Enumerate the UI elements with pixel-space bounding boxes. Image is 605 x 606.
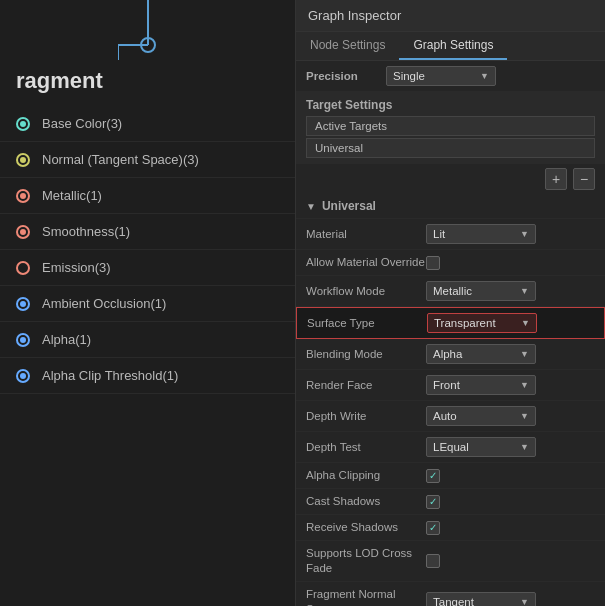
node-item[interactable]: Metallic(1) — [0, 178, 295, 214]
row-dropdown[interactable]: Transparent▼ — [427, 313, 537, 333]
universal-row: MaterialLit▼ — [296, 219, 605, 250]
graph-inspector-panel: Graph Inspector Node Settings Graph Sett… — [295, 0, 605, 606]
row-value: Transparent▼ — [427, 313, 594, 333]
row-value: Front▼ — [426, 375, 595, 395]
row-value: LEqual▼ — [426, 437, 595, 457]
row-dropdown[interactable]: Front▼ — [426, 375, 536, 395]
row-value — [426, 495, 595, 509]
precision-dropdown-arrow: ▼ — [480, 71, 489, 81]
node-item[interactable]: Alpha Clip Threshold(1) — [0, 358, 295, 394]
row-value — [426, 521, 595, 535]
node-item[interactable]: Normal (Tangent Space)(3) — [0, 142, 295, 178]
row-value: Auto▼ — [426, 406, 595, 426]
row-checkbox[interactable] — [426, 495, 440, 509]
universal-row: Surface TypeTransparent▼ — [296, 307, 605, 339]
universal-row: Fragment Normal SpaceTangent▼ — [296, 582, 605, 606]
precision-dropdown[interactable]: Single ▼ — [386, 66, 496, 86]
row-dropdown[interactable]: Lit▼ — [426, 224, 536, 244]
target-settings-section: Target Settings Active Targets Universal — [296, 92, 605, 164]
universal-row: Cast Shadows — [296, 489, 605, 515]
node-dot — [16, 153, 30, 167]
dropdown-arrow-icon: ▼ — [520, 442, 529, 452]
universal-label: Universal — [322, 199, 376, 213]
universal-row: Render FaceFront▼ — [296, 370, 605, 401]
tab-node-settings[interactable]: Node Settings — [296, 32, 399, 60]
row-label: Depth Test — [306, 440, 426, 455]
dropdown-arrow-icon: ▼ — [520, 597, 529, 606]
node-dot — [16, 189, 30, 203]
targets-actions: + − — [296, 164, 605, 194]
row-value: Metallic▼ — [426, 281, 595, 301]
precision-row: Precision Single ▼ — [296, 61, 605, 92]
node-list: Base Color(3)Normal (Tangent Space)(3)Me… — [0, 106, 295, 394]
node-item[interactable]: Smoothness(1) — [0, 214, 295, 250]
node-label: Normal (Tangent Space)(3) — [42, 152, 199, 167]
inspector-body: Precision Single ▼ Target Settings Activ… — [296, 61, 605, 606]
node-item[interactable]: Alpha(1) — [0, 322, 295, 358]
universal-target-box: Universal — [306, 138, 595, 158]
add-target-button[interactable]: + — [545, 168, 567, 190]
universal-row: Allow Material Override — [296, 250, 605, 276]
subsection-arrow-icon: ▼ — [306, 201, 316, 212]
row-checkbox[interactable] — [426, 521, 440, 535]
tab-graph-settings[interactable]: Graph Settings — [399, 32, 507, 60]
node-dot — [16, 297, 30, 311]
universal-subsection-header: ▼ Universal — [296, 194, 605, 219]
universal-row: Supports LOD Cross Fade — [296, 541, 605, 582]
remove-target-button[interactable]: − — [573, 168, 595, 190]
row-dropdown[interactable]: Alpha▼ — [426, 344, 536, 364]
row-label: Render Face — [306, 378, 426, 393]
inspector-title: Graph Inspector — [296, 0, 605, 32]
node-dot — [16, 225, 30, 239]
row-checkbox[interactable] — [426, 554, 440, 568]
node-item[interactable]: Ambient Occlusion(1) — [0, 286, 295, 322]
row-value: Alpha▼ — [426, 344, 595, 364]
panel-title: ragment — [0, 60, 295, 106]
precision-label: Precision — [306, 70, 386, 82]
row-dropdown[interactable]: LEqual▼ — [426, 437, 536, 457]
node-label: Smoothness(1) — [42, 224, 130, 239]
node-item[interactable]: Emission(3) — [0, 250, 295, 286]
universal-row: Depth TestLEqual▼ — [296, 432, 605, 463]
row-dropdown[interactable]: Tangent▼ — [426, 592, 536, 606]
row-label: Depth Write — [306, 409, 426, 424]
universal-row: Alpha Clipping — [296, 463, 605, 489]
node-label: Ambient Occlusion(1) — [42, 296, 166, 311]
row-value — [426, 554, 595, 568]
row-checkbox[interactable] — [426, 469, 440, 483]
row-dropdown[interactable]: Auto▼ — [426, 406, 536, 426]
row-label: Surface Type — [307, 316, 427, 331]
row-label: Material — [306, 227, 426, 242]
row-label: Receive Shadows — [306, 520, 426, 535]
universal-row: Blending ModeAlpha▼ — [296, 339, 605, 370]
row-checkbox[interactable] — [426, 256, 440, 270]
inspector-tabs: Node Settings Graph Settings — [296, 32, 605, 61]
node-label: Base Color(3) — [42, 116, 122, 131]
left-panel: ragment Base Color(3)Normal (Tangent Spa… — [0, 0, 295, 606]
node-label: Alpha Clip Threshold(1) — [42, 368, 178, 383]
universal-rows: MaterialLit▼Allow Material OverrideWorkf… — [296, 219, 605, 606]
node-label: Emission(3) — [42, 260, 111, 275]
top-connector-area — [0, 0, 295, 60]
row-label: Supports LOD Cross Fade — [306, 546, 426, 576]
row-label: Alpha Clipping — [306, 468, 426, 483]
row-label: Workflow Mode — [306, 284, 426, 299]
row-label: Allow Material Override — [306, 255, 426, 270]
node-item[interactable]: Base Color(3) — [0, 106, 295, 142]
node-dot — [16, 117, 30, 131]
node-label: Alpha(1) — [42, 332, 91, 347]
dropdown-arrow-icon: ▼ — [520, 411, 529, 421]
row-value: Tangent▼ — [426, 592, 595, 606]
dropdown-arrow-icon: ▼ — [520, 380, 529, 390]
row-label: Blending Mode — [306, 347, 426, 362]
universal-row: Receive Shadows — [296, 515, 605, 541]
dropdown-arrow-icon: ▼ — [520, 349, 529, 359]
dropdown-arrow-icon: ▼ — [520, 286, 529, 296]
row-value — [426, 256, 595, 270]
universal-row: Workflow ModeMetallic▼ — [296, 276, 605, 307]
dropdown-arrow-icon: ▼ — [521, 318, 530, 328]
row-dropdown[interactable]: Metallic▼ — [426, 281, 536, 301]
node-dot — [16, 333, 30, 347]
row-label: Fragment Normal Space — [306, 587, 426, 606]
active-targets-box: Active Targets — [306, 116, 595, 136]
